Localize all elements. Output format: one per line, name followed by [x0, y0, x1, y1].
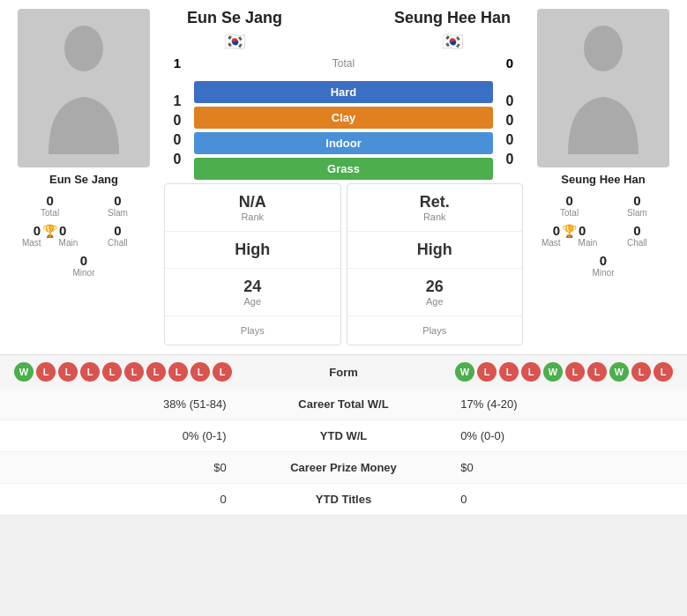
stats-row: 38% (51-84) Career Total W/L 17% (4-20) — [0, 389, 687, 420]
player2-detail-panel: Ret. Rank High 26 Age Plays — [347, 183, 524, 345]
form-badge: L — [80, 362, 100, 382]
player2-total-value: 0 — [565, 193, 572, 208]
player1-plays-label: Plays — [241, 325, 265, 336]
stat-right-0: 17% (4-20) — [446, 389, 687, 420]
form-badge: L — [477, 362, 497, 382]
player2-silhouette — [559, 22, 647, 154]
player2-age-label: Age — [426, 296, 444, 307]
player2-plays-label: Plays — [422, 325, 446, 336]
player2-high-row: High — [347, 232, 523, 269]
player1-form-badges: WLLLLLLLLL — [14, 362, 232, 382]
form-badge: L — [36, 362, 56, 382]
form-section: WLLLLLLLLL Form WLLLWLLWLL — [0, 354, 687, 389]
player1-rank-row: N/A Rank — [165, 184, 340, 232]
indoor-surface-btn[interactable]: Indoor — [194, 132, 493, 154]
form-badge: L — [521, 362, 541, 382]
player2-age-row: 26 Age — [347, 269, 523, 316]
stats-table: 38% (51-84) Career Total W/L 17% (4-20) … — [0, 389, 687, 516]
player1-total-label: Total — [41, 208, 59, 218]
player1-age-label: Age — [243, 296, 261, 307]
player1-total-score: 1 — [164, 56, 190, 71]
player2-rank-value: Ret. — [420, 193, 450, 212]
player2-indoor-score: 0 — [499, 132, 520, 148]
player1-grass-score: 0 — [167, 152, 188, 167]
player1-silhouette — [40, 22, 128, 154]
player2-grass-score: 0 — [499, 152, 520, 167]
player1-main-label: Main — [59, 238, 78, 248]
player2-main-label: Main — [579, 238, 598, 248]
player1-high-value: High — [235, 241, 270, 259]
player1-hard-score: 1 — [167, 93, 188, 109]
player1-mast-value: 0 — [34, 223, 41, 238]
player1-flag-row: 🇰🇷 — [224, 31, 246, 52]
total-center-label: Total — [194, 57, 493, 70]
detail-panels-row: N/A Rank High 24 Age Plays — [164, 183, 523, 345]
player2-age-value: 26 — [426, 278, 444, 296]
player1-plays-row: Plays — [165, 316, 340, 345]
form-badge: L — [102, 362, 122, 382]
player1-indoor-score: 0 — [167, 132, 188, 148]
stats-row: 0% (0-1) YTD W/L 0% (0-0) — [0, 420, 687, 452]
stat-label-2: Career Prize Money — [241, 452, 447, 484]
form-badge: L — [565, 362, 585, 382]
form-badge: L — [653, 362, 673, 382]
player2-plays-row: Plays — [347, 316, 523, 345]
form-badge: W — [543, 362, 563, 382]
player2-avatar — [537, 9, 669, 167]
stat-label-3: YTD Titles — [241, 484, 447, 516]
player2-slam-label: Slam — [627, 208, 647, 218]
player1-slam-stat: 0 Slam — [85, 191, 151, 219]
player1-high-row: High — [165, 232, 340, 269]
player2-surface-scores: 0 0 0 0 — [497, 93, 523, 167]
player1-clay-score: 0 — [167, 113, 188, 129]
form-badge: L — [631, 362, 651, 382]
player1-avatar — [18, 9, 150, 167]
player1-mast-label: Mast — [22, 238, 41, 248]
player2-rank-row: Ret. Rank — [347, 184, 523, 232]
surface-scores-area: 1 0 0 0 Hard Clay Indoor Grass 0 0 0 0 — [164, 81, 523, 180]
center-column: Eun Se Jang 🇰🇷 Seung Hee Han 🇰🇷 1 Total … — [164, 9, 523, 345]
main-container: Eun Se Jang 0 Total 0 Slam 0 🏆 0 — [0, 0, 687, 516]
player1-minor-label: Minor — [72, 268, 94, 278]
form-badge: L — [124, 362, 144, 382]
player1-flag: 🇰🇷 — [224, 31, 246, 52]
stat-right-1: 0% (0-0) — [446, 420, 687, 452]
player2-column: Seung Hee Han 0 Total 0 Slam 0 🏆 0 — [528, 9, 678, 345]
clay-surface-btn[interactable]: Clay — [194, 107, 493, 129]
player1-chall-stat: 0 Chall — [85, 221, 151, 249]
hard-surface-btn[interactable]: Hard — [194, 81, 493, 103]
form-badge: W — [14, 362, 34, 382]
player2-minor-value: 0 — [600, 253, 607, 268]
player2-mast-label: Mast — [541, 238, 561, 248]
total-scores-row: 1 Total 0 — [164, 56, 523, 71]
player1-stats: 0 Total 0 Slam 0 🏆 0 Mast Main — [9, 191, 159, 279]
player1-slam-value: 0 — [114, 193, 121, 208]
stats-row: $0 Career Prize Money $0 — [0, 452, 687, 484]
form-badge: L — [499, 362, 519, 382]
player2-minor-stat: 0 Minor — [571, 251, 637, 279]
player1-chall-label: Chall — [108, 238, 128, 248]
player2-mast-stat: 0 🏆 0 Mast Main — [536, 221, 602, 249]
player2-slam-value: 0 — [633, 193, 640, 208]
stat-right-2: $0 — [446, 452, 687, 484]
names-row: Eun Se Jang 🇰🇷 Seung Hee Han 🇰🇷 — [164, 9, 523, 56]
player2-chall-stat: 0 Chall — [604, 221, 670, 249]
player2-total-stat: 0 Total — [536, 191, 602, 219]
trophy-icon-right: 🏆 — [562, 224, 577, 238]
player2-mast-value: 0 — [553, 223, 560, 238]
stat-left-2: $0 — [0, 452, 241, 484]
player2-hard-score: 0 — [499, 93, 520, 109]
player2-mast-trophy-row: 0 🏆 0 — [553, 223, 586, 238]
player2-clay-score: 0 — [499, 113, 520, 129]
player1-age-row: 24 Age — [165, 269, 340, 316]
player2-form-badges: WLLLWLLWLL — [455, 362, 673, 382]
player2-slam-stat: 0 Slam — [604, 191, 670, 219]
stat-label-0: Career Total W/L — [241, 389, 447, 420]
svg-point-1 — [584, 26, 623, 71]
form-badge: L — [213, 362, 232, 382]
stat-left-1: 0% (0-1) — [0, 420, 241, 452]
player1-age-value: 24 — [243, 278, 261, 296]
player2-total-score: 0 — [497, 56, 523, 71]
player2-high-value: High — [417, 241, 452, 259]
grass-surface-btn[interactable]: Grass — [194, 158, 493, 180]
